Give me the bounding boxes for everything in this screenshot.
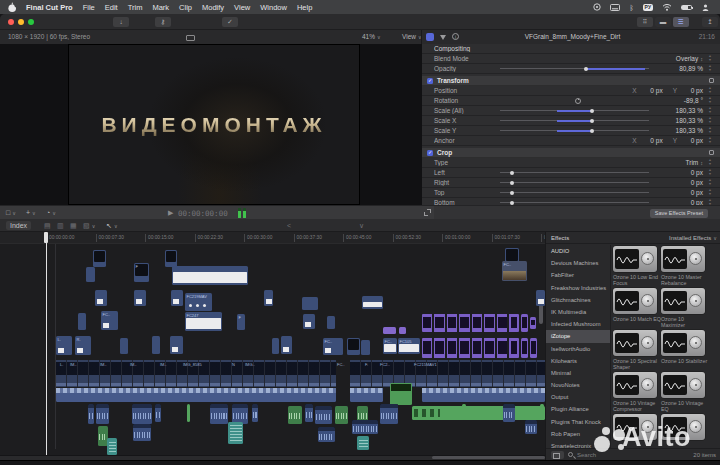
effects-category-isellworthaudio[interactable]: IsellworthAudio [546,343,610,355]
clip-green-tall[interactable] [390,383,412,405]
bluetooth-icon[interactable]: ᛒ [629,4,633,11]
down-chevron-icon[interactable]: ∨ [359,222,364,230]
param-value[interactable]: Trim [685,159,698,166]
effect-tile-ozone-10-spectral-shaper[interactable] [613,330,657,356]
param-value[interactable]: 80,89 % [657,65,703,72]
param-value[interactable]: -89,8 ° [657,97,703,104]
overwrite-icon[interactable]: ▧ [83,222,95,230]
menu-app-name[interactable]: Final Cut Pro [26,3,73,12]
playhead[interactable] [46,232,47,455]
slider-thumb[interactable] [590,119,594,123]
stepper[interactable]: ▲▼ [706,117,714,124]
clip-audio[interactable] [305,404,313,422]
clip-audio[interactable] [232,404,248,424]
clip-thumb[interactable] [165,250,177,267]
clip-audio-teal[interactable] [107,438,117,455]
effect-tile-ozone-10-vintage-eq[interactable] [661,372,705,398]
clip-audio-teal[interactable] [228,422,243,444]
stepper[interactable]: ▲▼ [706,87,714,94]
clip-plain[interactable]: F [237,314,245,330]
effects-category-plugin-alliance[interactable]: Plugin Alliance [546,403,610,415]
stepper[interactable]: ▲▼ [706,65,714,72]
clip-thumb[interactable]: F [134,263,149,282]
clip-whitebox[interactable] [170,336,183,354]
effect-tile-ozone-10-maximizer[interactable] [661,288,705,314]
clip-wave[interactable] [422,388,545,402]
clip-audio[interactable] [318,427,335,442]
param-value[interactable]: 180,33 % [657,127,703,134]
clip-whitebox[interactable] [95,290,107,306]
video-inspector-icon[interactable] [426,33,434,41]
stepper[interactable]: ▲▼ [706,127,714,134]
clip-audio[interactable] [503,404,515,422]
x-value[interactable]: 0 px [637,87,663,94]
effects-category-output[interactable]: Output [546,391,610,403]
menu-clip[interactable]: Clip [179,3,192,12]
clip-purple-cell[interactable] [530,338,537,358]
effects-toggle-button[interactable] [551,451,564,459]
effect-tile-ozone-10-match-eq[interactable] [613,288,657,314]
clip-thumb[interactable] [93,250,106,267]
clip-purple-row[interactable] [422,338,519,358]
slider-track[interactable] [500,120,649,121]
clip-plain[interactable] [86,267,95,282]
effects-category-devious-machines[interactable]: Devious Machines [546,257,610,269]
clip-plain[interactable] [302,297,318,310]
clip-plain[interactable] [120,338,128,354]
shortc​uts-icon[interactable] [593,3,601,11]
save-effects-preset-button[interactable]: Save Effects Preset [650,209,708,218]
clip-plain[interactable] [152,336,160,354]
menu-window[interactable]: Window [260,3,287,12]
stepper[interactable]: ▲▼ [706,55,714,62]
clip-purple-cell[interactable] [521,338,528,358]
clip-wave[interactable] [56,388,336,402]
clip-whitebox[interactable] [264,290,273,306]
clip-audio[interactable] [132,404,152,424]
clip-whitebox[interactable] [134,290,146,306]
info-icon[interactable]: i [452,33,459,40]
viewer-zoom-menu[interactable]: 41% [362,33,381,40]
effects-category-minimal[interactable]: Minimal [546,367,610,379]
clip-audio-green[interactable] [288,406,302,424]
y-value[interactable]: 0 px [677,87,703,94]
index-button[interactable]: Index [6,221,31,230]
filter-icon[interactable] [440,35,446,40]
stepper[interactable]: ▲▼ [706,189,714,196]
slider-track[interactable] [500,130,649,131]
clip-gtick[interactable] [187,404,190,422]
effects-category-infected-mushroom[interactable]: Infected Mushroom [546,318,610,330]
battery-icon[interactable] [681,5,692,10]
clip-audio[interactable] [210,404,228,424]
clip-whitebox[interactable]: L. [56,336,72,355]
check-circle-icon[interactable]: ✓ [222,17,238,27]
audio-meter-left[interactable] [238,208,241,218]
insert-icon[interactable]: ▥ [57,222,64,230]
minimize-button[interactable] [18,19,24,25]
timeline[interactable]: 00:00:00:0000:00:07:3000:00:15:0000:00:2… [0,232,545,455]
x-value[interactable]: 0 px [637,137,663,144]
clip-audio[interactable] [252,404,258,422]
slider-thumb[interactable] [590,109,594,113]
slider-thumb[interactable] [510,181,514,185]
clip-audio[interactable] [96,404,109,424]
playhead-handle[interactable] [44,232,48,243]
clip-whitebar[interactable] [172,266,248,285]
effects-category-audio[interactable]: AUDIO [546,245,610,257]
effects-category-glitchmachines[interactable]: Glitchmachines [546,294,610,306]
clip-whitebox[interactable]: FC.. [101,311,118,330]
menu-modify[interactable]: Modify [202,3,224,12]
stepper[interactable]: ▲▼ [706,107,714,114]
stepper[interactable]: ▲▼ [706,97,714,104]
slider-thumb[interactable] [590,129,594,133]
clip-plain[interactable] [361,340,370,355]
back-chevron-icon[interactable]: < [287,222,291,229]
clip-audio[interactable] [315,406,332,424]
menu-trim[interactable]: Trim [128,3,143,12]
clip-purple-cell[interactable] [530,317,536,329]
slider-thumb[interactable] [510,201,514,205]
clip-plain[interactable] [327,316,335,329]
clip-thumb[interactable] [347,338,360,355]
clip-audio[interactable] [88,404,94,424]
zoom-button[interactable] [28,19,34,25]
slider-track[interactable] [500,172,649,173]
